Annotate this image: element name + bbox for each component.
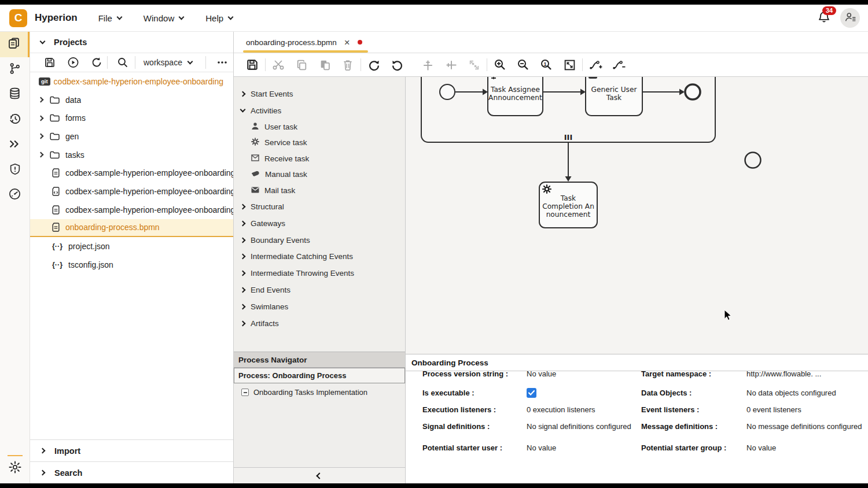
- sidebar-item-processes[interactable]: [0, 108, 30, 133]
- zoom-out-button[interactable]: [512, 58, 535, 71]
- prop-value[interactable]: No value: [746, 442, 865, 453]
- properties-scroll[interactable]: Process version string : No value Target…: [406, 371, 868, 483]
- palette-section-intermediate-catching-events[interactable]: Intermediate Catching Events: [234, 248, 405, 265]
- svg-text:Task: Task: [606, 94, 622, 102]
- copy-button[interactable]: [290, 59, 313, 71]
- panel-collapse-bar[interactable]: [234, 467, 405, 483]
- projects-header[interactable]: Projects: [30, 32, 233, 53]
- palette-section-intermediate-throwing-events[interactable]: Intermediate Throwing Events: [234, 265, 405, 282]
- prop-value[interactable]: 0 execution listeners: [527, 404, 638, 415]
- palette-section-boundary-events[interactable]: Boundary Events: [234, 232, 405, 249]
- palette-section-activities[interactable]: Activities: [234, 102, 405, 119]
- paste-button[interactable]: [313, 59, 336, 71]
- sidebar-item-jobs[interactable]: [0, 132, 30, 158]
- prop-value[interactable]: No value: [527, 371, 638, 379]
- tree-item-project-root[interactable]: git codbex-sample-hyperion-employee-onbo…: [30, 72, 233, 91]
- align-vertical-button[interactable]: [416, 59, 439, 71]
- end-event[interactable]: [685, 84, 700, 99]
- navigator-process-selected[interactable]: Process: Onboarding Process: [234, 368, 405, 383]
- settings-button[interactable]: [0, 460, 30, 476]
- prop-value[interactable]: 0 event listeners: [746, 404, 865, 415]
- add-connection-button[interactable]: [584, 59, 607, 71]
- prop-label: Target namespace :: [641, 371, 745, 379]
- tree-item-bpmn-selected[interactable]: onboarding-process.bpmn: [30, 219, 233, 238]
- prop-value[interactable]: No value: [527, 442, 638, 453]
- palette-section-end-events[interactable]: End Events: [234, 282, 405, 298]
- sidebar-item-explorer[interactable]: [0, 32, 30, 57]
- palette-section-start-events[interactable]: Start Events: [234, 86, 405, 102]
- tree-item-folder-gen[interactable]: gen: [30, 127, 233, 146]
- sidebar-item-git[interactable]: [0, 57, 30, 83]
- navigator-item[interactable]: Onboarding Tasks Implementation: [234, 383, 405, 397]
- tree-item-file[interactable]: codbex-sample-hyperion-employee-onboardi…: [30, 164, 233, 182]
- palette-section-swimlanes[interactable]: Swimlanes: [234, 298, 405, 315]
- prop-value[interactable]: http://www.flowable. ...: [746, 371, 865, 379]
- user-avatar-button[interactable]: [840, 8, 860, 28]
- palette-section-gateways[interactable]: Gateways: [234, 215, 405, 232]
- palette-item-user-task[interactable]: User task: [234, 119, 405, 135]
- menu-file[interactable]: File: [98, 13, 122, 23]
- resize-button[interactable]: [462, 59, 486, 71]
- notifications-button[interactable]: 34: [817, 10, 832, 25]
- tree-item-file[interactable]: codbex-sample-hyperion-employee-onboardi…: [30, 201, 233, 219]
- is-executable-checkbox[interactable]: [527, 388, 536, 398]
- align-horizontal-button[interactable]: [439, 59, 462, 71]
- unconnected-start-event[interactable]: [745, 153, 761, 168]
- svg-text:1: 1: [543, 61, 546, 67]
- sidebar-item-monitoring[interactable]: [0, 183, 30, 208]
- task-assignee-announcement[interactable]: Task Assignee Announcement: [488, 77, 543, 116]
- tree-item-folder-tasks[interactable]: tasks: [30, 146, 233, 164]
- palette-section-artifacts[interactable]: Artifacts: [234, 315, 405, 332]
- prop-value[interactable]: No message definitions configured: [746, 421, 865, 432]
- palette-section-structural[interactable]: Structural: [234, 198, 405, 215]
- editor-tab-active[interactable]: onboarding-process.bpmn ×: [234, 38, 362, 47]
- prop-value[interactable]: No signal definitions configured: [527, 421, 638, 432]
- import-section[interactable]: Import: [30, 439, 233, 461]
- workspace-dropdown[interactable]: workspace: [144, 58, 192, 67]
- publish-run-button[interactable]: [61, 57, 84, 69]
- fit-to-screen-button[interactable]: [558, 59, 581, 71]
- bpmn-toolbar: 1: [234, 53, 868, 77]
- palette-item-mail-task[interactable]: Mail task: [234, 183, 405, 199]
- generic-user-task[interactable]: Generic User Task: [586, 77, 642, 116]
- tree-item-file-code[interactable]: codbex-sample-hyperion-employee-onboardi…: [30, 182, 233, 201]
- zoom-in-button[interactable]: [488, 58, 512, 71]
- remove-connection-button[interactable]: [607, 59, 630, 71]
- redo-button[interactable]: [362, 59, 385, 71]
- user-icon: [251, 122, 259, 132]
- task-completion-announcement[interactable]: Task Completion An nouncement: [539, 182, 597, 228]
- zoom-actual-button[interactable]: 1: [535, 58, 558, 71]
- start-event[interactable]: [440, 84, 455, 99]
- tree-item-folder-data[interactable]: data: [30, 91, 233, 109]
- collapse-minus-icon[interactable]: [241, 389, 249, 396]
- tree-item-json[interactable]: {··} project.json: [30, 237, 233, 256]
- unsaved-dot: [358, 40, 362, 45]
- menu-window[interactable]: Window: [144, 13, 183, 23]
- palette-item-receive-task[interactable]: Receive task: [234, 151, 405, 167]
- chevron-right-icon: [240, 220, 246, 226]
- palette-item-service-task[interactable]: Service task: [234, 135, 405, 151]
- refresh-button[interactable]: [85, 57, 108, 68]
- undo-button[interactable]: [385, 59, 409, 71]
- hand-icon: [251, 170, 260, 179]
- search-section[interactable]: Search: [30, 461, 233, 483]
- save-button[interactable]: [241, 58, 264, 71]
- bpmn-canvas[interactable]: Task Assignee Announcement Generic User …: [406, 77, 868, 354]
- tree-item-folder-forms[interactable]: forms: [30, 109, 233, 127]
- json-braces-icon: {··}: [52, 261, 62, 269]
- collapse-chevron-icon: [40, 39, 46, 45]
- prop-value[interactable]: No data objects configured: [746, 387, 865, 398]
- menu-help[interactable]: Help: [205, 13, 233, 23]
- app-logo[interactable]: C: [9, 9, 27, 27]
- sidebar-item-database[interactable]: [0, 82, 30, 108]
- prop-label: Execution listeners :: [422, 404, 524, 415]
- sidebar-item-security[interactable]: [0, 158, 30, 183]
- cut-button[interactable]: [267, 58, 290, 71]
- save-all-button[interactable]: [38, 57, 61, 68]
- delete-button[interactable]: [336, 59, 359, 71]
- palette-item-manual-task[interactable]: Manual task: [234, 167, 405, 183]
- tree-item-json[interactable]: {··} tsconfig.json: [30, 256, 233, 274]
- more-options-button[interactable]: [211, 61, 234, 64]
- close-icon[interactable]: ×: [344, 38, 350, 47]
- search-button[interactable]: [111, 57, 134, 68]
